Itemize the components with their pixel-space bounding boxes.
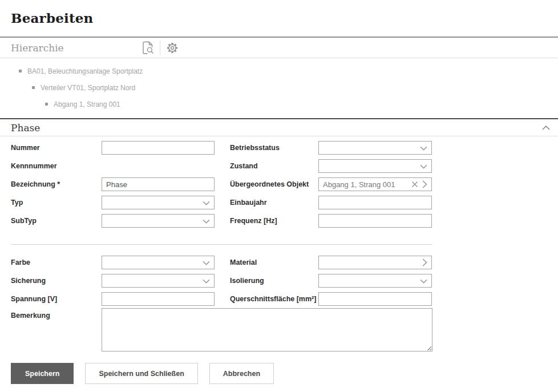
form-section-divider	[11, 244, 432, 245]
form-row: Kennnummer Zustand	[0, 159, 558, 173]
form-row: Bemerkung	[0, 308, 558, 351]
querschnittsflaeche-label: Querschnittsfläche [mm²]	[230, 295, 318, 303]
typ-select[interactable]	[102, 196, 215, 209]
isolierung-label: Isolierung	[230, 277, 318, 285]
hierarchy-item-label: BA01, Beleuchtungsanlage Sportplatz	[27, 67, 143, 75]
bezeichnung-input[interactable]	[102, 177, 215, 191]
frequenz-input[interactable]	[318, 214, 432, 228]
material-field[interactable]	[318, 256, 432, 269]
preview-document-icon-svg	[141, 41, 154, 55]
hierarchy-item-verteiler-vt01[interactable]: Verteiler VT01, Sportplatz Nord	[0, 79, 558, 96]
hierarchy-item-label: Abgang 1, Strang 001	[54, 100, 120, 108]
kennnummer-value	[102, 159, 215, 173]
save-button[interactable]: Speichern	[11, 363, 74, 384]
subtyp-label: SubTyp	[11, 217, 102, 225]
x-icon-svg	[411, 181, 418, 188]
edit-form-page: Bearbeiten Hierarchie	[0, 0, 558, 392]
sicherung-label: Sicherung	[11, 277, 102, 285]
material-label: Material	[230, 258, 318, 266]
tree-bullet-icon	[45, 103, 48, 106]
zustand-label: Zustand	[230, 162, 318, 170]
uebergeordnetes-objekt-label: Übergeordnetes Objekt	[230, 180, 318, 188]
form-row: Farbe Material	[0, 256, 558, 269]
settings-gear-icon[interactable]	[164, 40, 181, 56]
form-row: Bezeichnung * Übergeordnetes Objekt Abga…	[0, 177, 558, 191]
hierarchy-item-ba01[interactable]: BA01, Beleuchtungsanlage Sportplatz	[0, 63, 558, 79]
farbe-select[interactable]	[102, 256, 215, 269]
zustand-select[interactable]	[318, 159, 432, 173]
cancel-button[interactable]: Abbrechen	[209, 363, 274, 384]
form-row: Typ Einbaujahr	[0, 196, 558, 209]
einbaujahr-input[interactable]	[318, 196, 432, 209]
chevron-down-icon	[203, 201, 210, 205]
subtyp-select[interactable]	[102, 214, 215, 228]
isolierung-select[interactable]	[318, 274, 432, 288]
betriebsstatus-label: Betriebsstatus	[230, 144, 318, 152]
phase-section-header[interactable]: Phase	[0, 118, 558, 136]
chevron-down-icon	[203, 279, 210, 284]
sicherung-select[interactable]	[102, 274, 215, 288]
chevron-down-icon	[203, 261, 210, 265]
querschnittsflaeche-input[interactable]	[318, 292, 432, 306]
chevron-down-icon	[420, 164, 427, 169]
chevron-down-icon	[420, 279, 427, 284]
uebergeordnetes-objekt-field[interactable]: Abgang 1, Strang 001	[318, 177, 432, 191]
tree-bullet-icon	[19, 70, 22, 72]
preview-document-icon[interactable]	[139, 40, 156, 56]
page-title: Bearbeiten	[0, 0, 558, 27]
hierarchy-toolbar	[139, 40, 181, 56]
farbe-label: Farbe	[11, 258, 102, 266]
bemerkung-textarea[interactable]	[102, 308, 432, 351]
form-row: Spannung [V] Querschnittsfläche [mm²]	[0, 292, 558, 306]
hierarchy-tree: BA01, Beleuchtungsanlage Sportplatz Vert…	[0, 58, 558, 118]
einbaujahr-label: Einbaujahr	[230, 199, 318, 207]
tree-bullet-icon	[32, 86, 35, 89]
hierarchy-item-abgang-1[interactable]: Abgang 1, Strang 001	[0, 96, 558, 112]
form-row: SubTyp Frequenz [Hz]	[0, 214, 558, 228]
bezeichnung-label: Bezeichnung *	[11, 180, 102, 188]
kennnummer-label: Kennnummer	[11, 162, 102, 170]
gear-icon-svg	[166, 42, 179, 54]
collapse-chevron-up-icon[interactable]	[542, 126, 550, 130]
spannung-label: Spannung [V]	[11, 295, 102, 303]
nummer-input[interactable]	[102, 141, 215, 155]
navigate-chevron-right-icon[interactable]	[422, 258, 427, 266]
navigate-chevron-right-icon[interactable]	[422, 180, 427, 188]
nummer-label: Nummer	[11, 144, 102, 152]
action-button-bar: Speichern Speichern und Schließen Abbrec…	[0, 363, 558, 384]
spannung-input[interactable]	[102, 292, 215, 306]
uebergeordnetes-objekt-value: Abgang 1, Strang 001	[323, 180, 407, 189]
chevron-down-icon	[420, 146, 427, 151]
hierarchy-panel-title: Hierarchie	[11, 42, 139, 54]
phase-section-title: Phase	[11, 122, 40, 134]
form-row: Sicherung Isolierung	[0, 274, 558, 288]
typ-label: Typ	[11, 199, 102, 207]
bemerkung-label: Bemerkung	[11, 308, 102, 320]
save-and-close-button[interactable]: Speichern und Schließen	[85, 363, 197, 384]
form-row: Nummer Betriebsstatus	[0, 141, 558, 155]
betriebsstatus-select[interactable]	[318, 141, 432, 155]
hierarchy-item-label: Verteiler VT01, Sportplatz Nord	[41, 84, 135, 92]
chevron-down-icon	[203, 219, 210, 224]
toolbar-divider	[160, 41, 160, 55]
clear-x-icon[interactable]	[411, 181, 418, 188]
chevron-right-icon-svg	[422, 180, 427, 188]
hierarchy-panel-header: Hierarchie	[0, 37, 558, 58]
chevron-right-icon-svg	[422, 258, 427, 266]
frequenz-label: Frequenz [Hz]	[230, 217, 318, 225]
